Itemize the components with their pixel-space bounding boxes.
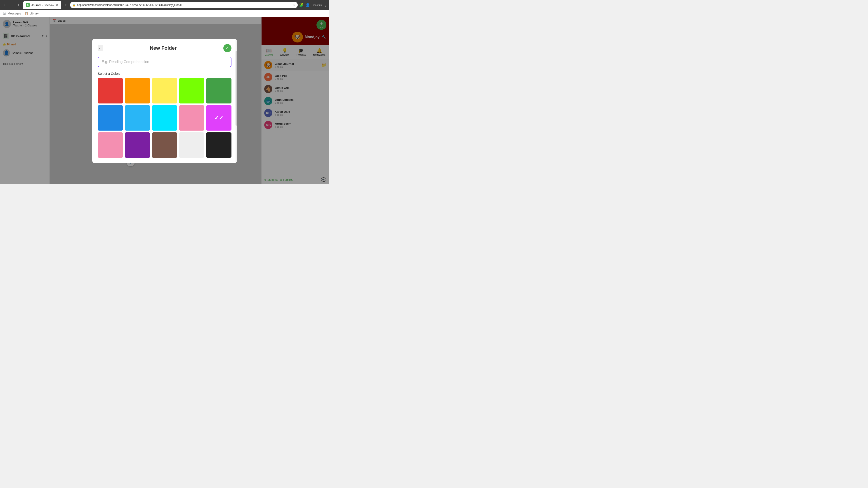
- modal-overlay[interactable]: ← New Folder ✓ Select a Color: ✓: [0, 17, 329, 184]
- color-swatch-5[interactable]: [98, 105, 123, 131]
- color-swatch-7[interactable]: [152, 105, 177, 131]
- tab-title: Journal - Seesaw: [31, 3, 54, 7]
- color-swatch-14[interactable]: [206, 132, 231, 158]
- app-container: 👤 Lauren Deli Teacher - 2 Classes 📓 Clas…: [0, 17, 329, 184]
- modal-back-button[interactable]: ←: [98, 45, 103, 51]
- messages-label: Messages: [8, 12, 21, 15]
- color-swatch-13[interactable]: [179, 132, 204, 158]
- back-button[interactable]: ←: [2, 2, 8, 8]
- browser-tab[interactable]: S Journal - Seesaw ✕: [23, 1, 61, 9]
- color-section-label: Select a Color:: [98, 72, 231, 75]
- library-nav[interactable]: 📋 Library: [25, 12, 39, 15]
- toolbar: 💬 Messages 📋 Library: [0, 10, 329, 17]
- modal-title: New Folder: [150, 45, 177, 51]
- browser-actions: 🧩 👤 Incognito ⋮: [299, 3, 327, 7]
- color-swatch-12[interactable]: [152, 132, 177, 158]
- modal-confirm-button[interactable]: ✓: [223, 44, 231, 52]
- address-bar[interactable]: [77, 3, 291, 6]
- new-tab-button[interactable]: +: [63, 2, 69, 8]
- browser-chrome: ← → ↻ S Journal - Seesaw ✕ + 🔒 ☆ 🧩 👤 Inc…: [0, 0, 329, 10]
- color-swatch-3[interactable]: [179, 78, 204, 103]
- nav-controls: ← → ↻: [2, 2, 22, 8]
- modal-scrollbar[interactable]: [236, 39, 237, 163]
- color-swatch-0[interactable]: [98, 78, 123, 103]
- incognito-label: Incognito: [312, 4, 322, 6]
- tab-favicon: S: [26, 3, 30, 7]
- new-folder-modal: ← New Folder ✓ Select a Color: ✓: [92, 39, 237, 163]
- color-swatch-6[interactable]: [125, 105, 150, 131]
- color-swatch-8[interactable]: [179, 105, 204, 131]
- lock-icon: 🔒: [72, 3, 76, 6]
- reload-button[interactable]: ↻: [16, 2, 22, 8]
- modal-header: ← New Folder ✓: [98, 44, 231, 52]
- forward-button[interactable]: →: [9, 2, 16, 8]
- folder-name-input[interactable]: [98, 57, 231, 67]
- color-swatch-1[interactable]: [125, 78, 150, 103]
- address-bar-container: 🔒 ☆: [70, 2, 298, 8]
- modal-scrollbar-thumb: [236, 51, 237, 126]
- extensions-icon[interactable]: 🧩: [299, 3, 304, 7]
- library-label: Library: [30, 12, 39, 15]
- messages-nav[interactable]: 💬 Messages: [3, 12, 21, 15]
- color-swatch-10[interactable]: [98, 132, 123, 158]
- library-icon: 📋: [25, 12, 28, 15]
- menu-icon[interactable]: ⋮: [324, 3, 327, 7]
- color-swatch-11[interactable]: [125, 132, 150, 158]
- confirm-checkmark-icon: ✓: [226, 46, 229, 50]
- color-swatch-9[interactable]: ✓: [206, 105, 231, 131]
- tab-close-button[interactable]: ✕: [56, 3, 59, 7]
- bookmark-icon[interactable]: ☆: [292, 3, 296, 7]
- color-swatch-2[interactable]: [152, 78, 177, 103]
- messages-icon: 💬: [3, 12, 6, 15]
- color-swatch-4[interactable]: [206, 78, 231, 103]
- color-grid: ✓: [98, 78, 231, 158]
- profile-icon[interactable]: 👤: [305, 3, 310, 7]
